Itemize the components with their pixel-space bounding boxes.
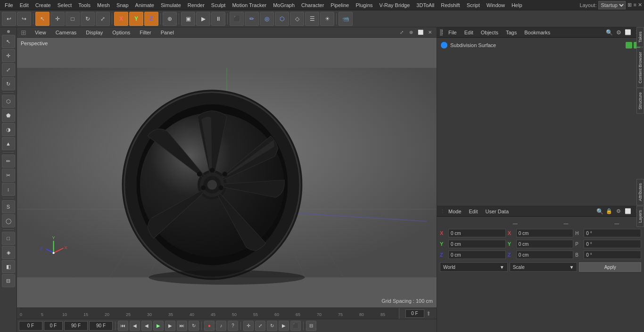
render-view[interactable]: ▶ — [196, 12, 210, 26]
coord-b-field[interactable]: 0 ° — [584, 251, 641, 259]
attr-mode[interactable]: Mode — [446, 208, 463, 215]
pb-sound[interactable]: ♪ — [216, 321, 226, 331]
obj-subdivision-surface[interactable]: Subdivision Surface — [439, 40, 642, 51]
camera-tool[interactable]: ◇ — [290, 12, 304, 26]
pb-play-obj[interactable]: ▶ — [279, 321, 289, 331]
frame-input[interactable] — [405, 309, 424, 318]
deformer-tool[interactable]: ⬡ — [275, 12, 289, 26]
coord-x-rot-field[interactable]: 0 cm — [516, 229, 574, 237]
pb-info[interactable]: ? — [228, 321, 238, 331]
pb-play-back[interactable]: ◀ — [141, 321, 152, 331]
sb-scale[interactable]: ⤢ — [2, 63, 15, 76]
sb-obj[interactable]: ▲ — [2, 137, 15, 150]
viewport-canvas[interactable]: Perspective — [17, 38, 437, 308]
obj-vis-editor[interactable] — [626, 42, 632, 49]
om-file[interactable]: File — [446, 29, 459, 36]
om-search-icon[interactable]: 🔍 — [605, 29, 613, 36]
sb-layer4[interactable]: ⊟ — [2, 274, 15, 287]
pb-scale-icon[interactable]: ⤢ — [255, 321, 265, 331]
sb-extrude[interactable]: ↕ — [2, 183, 15, 196]
menu-simulate[interactable]: Simulate — [158, 1, 184, 9]
render-anim[interactable]: ⏸ — [211, 12, 225, 26]
menu-help[interactable]: Help — [509, 1, 525, 9]
scale-tool[interactable]: □ — [66, 12, 80, 26]
axis-z[interactable]: Z — [144, 12, 158, 26]
tab-structure[interactable]: Structure — [636, 88, 644, 114]
sb-rotate[interactable]: ↻ — [2, 77, 15, 90]
coord-x-pos-field[interactable]: 0 cm — [448, 229, 506, 237]
coord-y-pos-field[interactable]: 0 cm — [448, 240, 506, 248]
light-tool[interactable]: ☀ — [320, 12, 334, 26]
axis-y[interactable]: Y — [129, 12, 143, 26]
menu-3dtoall[interactable]: 3DToAll — [413, 1, 437, 9]
pb-next-frame[interactable]: ▶ — [165, 321, 175, 331]
menu-character[interactable]: Character — [298, 1, 327, 9]
vp-icon-arrows[interactable]: ⊕ — [407, 29, 415, 36]
menu-select[interactable]: Select — [55, 1, 75, 9]
layout-dropdown[interactable]: Startup — [598, 1, 626, 9]
attr-user-data[interactable]: User Data — [484, 208, 511, 215]
vp-icon-maximize[interactable]: ⬜ — [417, 29, 424, 36]
menu-file[interactable]: File — [2, 1, 16, 9]
pb-loop[interactable]: ↻ — [189, 321, 199, 331]
render-region[interactable]: ▣ — [181, 12, 195, 26]
vp-menu-filter[interactable]: Filter — [138, 29, 153, 36]
pb-end-frame2[interactable] — [89, 321, 113, 331]
menu-render[interactable]: Render — [185, 1, 207, 9]
sb-sculpt[interactable]: S — [2, 200, 15, 213]
pb-end-frame[interactable] — [64, 321, 88, 331]
vp-menu-view[interactable]: View — [33, 29, 48, 36]
sb-pen[interactable]: ✏ — [2, 154, 15, 168]
pb-goto-end[interactable]: ⏭ — [177, 321, 187, 331]
sb-layer3[interactable]: ◧ — [2, 260, 15, 273]
undo-button[interactable]: ↩ — [2, 12, 16, 26]
menu-edit[interactable]: Edit — [17, 1, 32, 9]
nurbs-tool[interactable]: ◎ — [260, 12, 274, 26]
attr-search-icon[interactable]: 🔍 — [596, 208, 603, 215]
attr-edit[interactable]: Edit — [467, 208, 480, 215]
sb-snap[interactable]: ◯ — [2, 214, 15, 227]
vp-icon-expand[interactable]: ⤢ — [398, 29, 405, 36]
spline-tool[interactable]: ✏ — [245, 12, 259, 26]
pb-mode-icon[interactable]: ⊟ — [306, 321, 316, 331]
object-mode[interactable]: ⊕ — [163, 12, 177, 26]
sb-poly[interactable]: ⬡ — [2, 95, 15, 108]
menu-vray[interactable]: V-Ray Bridge — [377, 1, 413, 9]
pb-rotate-icon[interactable]: ↻ — [267, 321, 277, 331]
tab-content-browser[interactable]: Content Browser — [636, 48, 644, 88]
pb-goto-start[interactable]: ⏮ — [118, 321, 128, 331]
rotate-tool[interactable]: ↻ — [81, 12, 95, 26]
select-tool[interactable]: ↖ — [35, 12, 50, 26]
om-objects[interactable]: Objects — [479, 29, 500, 36]
move-tool[interactable]: ✛ — [50, 12, 65, 26]
menu-motion-tracker[interactable]: Motion Tracker — [229, 1, 269, 9]
sb-layer1[interactable]: □ — [2, 232, 15, 245]
menu-window[interactable]: Window — [484, 1, 508, 9]
om-bookmarks[interactable]: Bookmarks — [522, 29, 552, 36]
tab-takes[interactable]: Takes — [636, 27, 644, 47]
coord-p-field[interactable]: 0 ° — [584, 240, 641, 248]
sb-layer2[interactable]: ◈ — [2, 246, 15, 259]
scale-dropdown[interactable]: Scale ▼ — [510, 262, 578, 272]
cube-tool[interactable]: ⬛ — [230, 12, 244, 26]
menu-create[interactable]: Create — [33, 1, 54, 9]
coord-y-rot-field[interactable]: 0 cm — [516, 240, 574, 248]
menu-sculpt[interactable]: Sculpt — [208, 1, 229, 9]
apply-button[interactable]: Apply — [579, 262, 641, 272]
sb-select[interactable]: ↖ — [2, 35, 15, 48]
menu-pipeline[interactable]: Pipeline — [328, 1, 352, 9]
redo-button[interactable]: ↪ — [17, 12, 31, 26]
sb-knife[interactable]: ✂ — [2, 169, 15, 182]
menu-tools[interactable]: Tools — [75, 1, 93, 9]
pb-keys[interactable]: ⬛ — [290, 321, 301, 331]
om-maximize-icon[interactable]: ⬜ — [624, 29, 632, 36]
floor-tool[interactable]: ☰ — [305, 12, 319, 26]
pb-record[interactable]: ● — [204, 321, 215, 331]
pb-prev-frame[interactable]: ◀ — [130, 321, 140, 331]
sb-edge[interactable]: ⬟ — [2, 109, 15, 122]
menu-mograph[interactable]: MoGraph — [270, 1, 297, 9]
material-tool[interactable]: 📹 — [339, 12, 353, 26]
menu-script[interactable]: Script — [464, 1, 483, 9]
vp-menu-panel[interactable]: Panel — [159, 29, 176, 36]
vp-menu-display[interactable]: Display — [84, 29, 105, 36]
